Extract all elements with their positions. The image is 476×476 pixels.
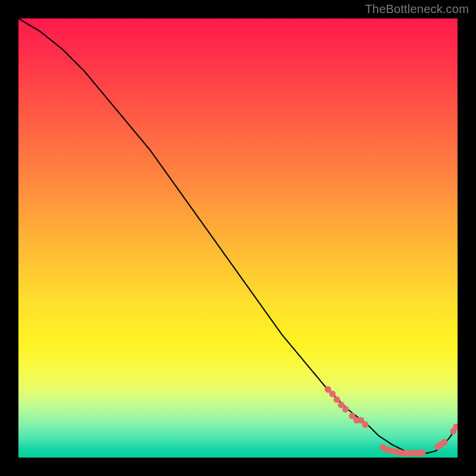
- data-marker: [342, 406, 349, 412]
- data-markers: [325, 386, 458, 456]
- chart-svg: [18, 18, 458, 458]
- data-marker: [362, 421, 368, 428]
- data-marker: [419, 449, 425, 456]
- chart-frame: TheBottleneck.com: [0, 0, 476, 476]
- watermark-text: TheBottleneck.com: [365, 2, 469, 16]
- data-marker: [334, 396, 340, 403]
- data-marker: [441, 439, 447, 446]
- bottleneck-curve: [18, 18, 458, 453]
- data-marker: [329, 390, 336, 397]
